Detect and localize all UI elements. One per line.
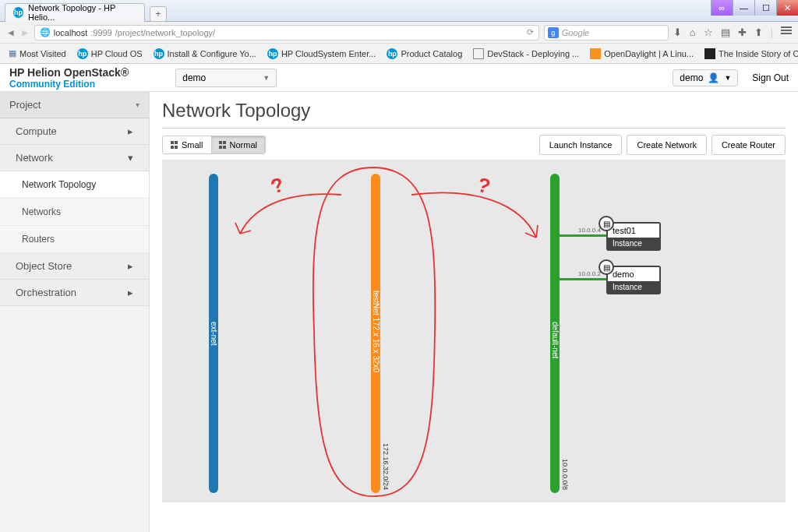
chevron-down-icon: ▾ (136, 100, 139, 109)
instance-link-2 (560, 278, 606, 280)
reload-button[interactable]: ⟳ (527, 27, 534, 37)
hp-icon: hp (267, 48, 278, 59)
google-icon: g (548, 27, 559, 38)
instance-icon: ▤ (598, 216, 614, 231)
addons-icon[interactable]: ✚ (738, 26, 747, 38)
sidebar-project[interactable]: Project▾ (0, 92, 149, 118)
chevron-down-icon: ▼ (263, 74, 270, 82)
tenant-select[interactable]: demo ▼ (175, 69, 277, 87)
toolbar: Small Normal Launch Instance Create Netw… (162, 135, 786, 155)
network-label-default: default-net (551, 322, 560, 358)
minimize-button[interactable]: — (733, 0, 754, 16)
sidebar-network[interactable]: Network▾ (0, 145, 149, 171)
browser-tab[interactable]: hp Network Topology - HP Helio... (5, 3, 145, 22)
user-icon: 👤 (708, 72, 719, 83)
hp-icon: hp (387, 48, 397, 59)
sidebar-item-networks[interactable]: Networks (0, 199, 149, 226)
brand-title: HP Helion OpenStack® (9, 66, 129, 79)
bookmark-star-icon[interactable]: ☆ (704, 26, 713, 38)
od-icon (590, 48, 601, 59)
bookmark-most-visited[interactable]: ▦Most Visited (5, 47, 70, 60)
view-toggle: Small Normal (162, 136, 266, 154)
network-bar-ext[interactable]: ext-net (209, 174, 218, 493)
grid-icon (171, 141, 178, 149)
bookmark-cloudsystem[interactable]: hpHP CloudSystem Enter... (263, 47, 380, 61)
network-label-ext: ext-net (210, 322, 218, 346)
close-button[interactable]: ✕ (776, 0, 798, 16)
instance-link-1 (560, 234, 606, 237)
bookmark-install[interactable]: hpInstall & Configure Yo... (150, 47, 260, 61)
sidebar-item-network-topology[interactable]: Network Topology (0, 171, 149, 199)
window-titlebar: hp Network Topology - HP Helio... + ∞ — … (0, 0, 798, 22)
new-tab-button[interactable]: + (150, 6, 167, 22)
view-normal-button[interactable]: Normal (211, 136, 265, 153)
hp-icon: hp (154, 48, 164, 59)
forward-button[interactable]: ► (20, 27, 30, 38)
annotation-question-1: ? (267, 172, 288, 199)
instance-demo[interactable]: ▤ demo Instance (606, 266, 661, 294)
instance-icon: ▤ (598, 259, 614, 275)
chevron-right-icon: ▸ (128, 125, 133, 137)
signout-link[interactable]: Sign Out (752, 72, 789, 83)
bookmark-bar: ▦Most Visited hpHP Cloud OS hpInstall & … (0, 44, 798, 64)
list-icon[interactable]: ▤ (721, 26, 730, 38)
sidebar: Project▾ Compute▸ Network▾ Network Topol… (0, 92, 150, 532)
menu-icon[interactable] (781, 26, 792, 38)
chevron-right-icon: ▸ (128, 287, 133, 298)
topology-canvas[interactable]: ext-net testNet 172.x 16.x 32x0 172.16.3… (162, 160, 786, 502)
annotation-question-2: ? (475, 172, 493, 199)
instance-name: demo (608, 267, 659, 281)
create-network-button[interactable]: Create Network (627, 135, 706, 155)
bookmark-inside-story[interactable]: The Inside Story of Oc... (701, 47, 798, 61)
url-host: localhost (54, 28, 87, 37)
hp-icon: hp (77, 48, 88, 59)
bookmark-product-catalog[interactable]: hpProduct Catalog (383, 47, 466, 61)
sidebar-item-routers[interactable]: Routers (0, 226, 149, 253)
sidebar-object-store[interactable]: Object Store▸ (0, 253, 149, 280)
page-title: Network Topology (162, 100, 786, 122)
mask-icon[interactable]: ∞ (711, 0, 733, 16)
annotation-overlay (162, 160, 786, 502)
upload-icon[interactable]: ⬆ (754, 26, 763, 38)
search-input[interactable]: g Google (544, 25, 669, 41)
tab-title: Network Topology - HP Helio... (28, 3, 136, 22)
bookmark-devstack[interactable]: DevStack - Deploying ... (469, 47, 583, 61)
brand-subtitle: Community Edition (9, 79, 129, 90)
download-icon[interactable]: ⬇ (673, 26, 682, 38)
app-header: HP Helion OpenStack® Community Edition d… (0, 64, 798, 92)
instance-name: test01 (608, 224, 659, 238)
folder-icon: ▦ (9, 48, 16, 58)
page-icon (473, 48, 484, 59)
instance-ip-1: 10.0.0.4 (578, 227, 601, 234)
instance-test01[interactable]: ▤ test01 Instance (606, 222, 661, 251)
chevron-down-icon: ▾ (128, 152, 133, 164)
network-label-test: testNet 172.x 16.x 32x0 (372, 291, 380, 372)
toolbar-sep: | (771, 26, 773, 38)
bookmark-opendaylight[interactable]: OpenDaylight | A Linu... (586, 47, 697, 61)
user-name: demo (680, 72, 703, 83)
sidebar-compute[interactable]: Compute▸ (0, 118, 149, 145)
network-bar-test[interactable]: testNet 172.x 16.x 32x0 172.16.32.0/24 (371, 174, 380, 493)
launch-instance-button[interactable]: Launch Instance (539, 135, 623, 155)
grid-icon (219, 141, 227, 149)
network-bar-default[interactable]: default-net 10.0.0.0/8 (550, 174, 560, 493)
page-icon (704, 48, 715, 59)
home-icon[interactable]: ⌂ (690, 26, 696, 38)
main-content: Network Topology Small Normal Launch Ins… (150, 92, 798, 532)
url-port: :9999 (90, 28, 112, 37)
bookmark-hp-cloud-os[interactable]: hpHP Cloud OS (73, 47, 147, 61)
url-path: /project/network_topology/ (115, 28, 215, 37)
url-input[interactable]: 🌐 localhost:9999/project/network_topolog… (34, 25, 539, 41)
sidebar-orchestration[interactable]: Orchestration▸ (0, 280, 149, 306)
instance-ip-2: 10.0.0.2 (578, 270, 601, 277)
hp-favicon-icon: hp (13, 7, 23, 18)
instance-type: Instance (608, 238, 659, 249)
back-button[interactable]: ◄ (6, 27, 16, 38)
user-menu[interactable]: demo 👤 ▼ (673, 69, 738, 86)
network-cidr-test: 172.16.32.0/24 (382, 443, 390, 490)
maximize-button[interactable]: ☐ (754, 0, 776, 16)
create-router-button[interactable]: Create Router (711, 135, 786, 155)
instance-type: Instance (608, 281, 659, 293)
chevron-right-icon: ▸ (128, 260, 133, 272)
view-small-button[interactable]: Small (163, 136, 211, 153)
